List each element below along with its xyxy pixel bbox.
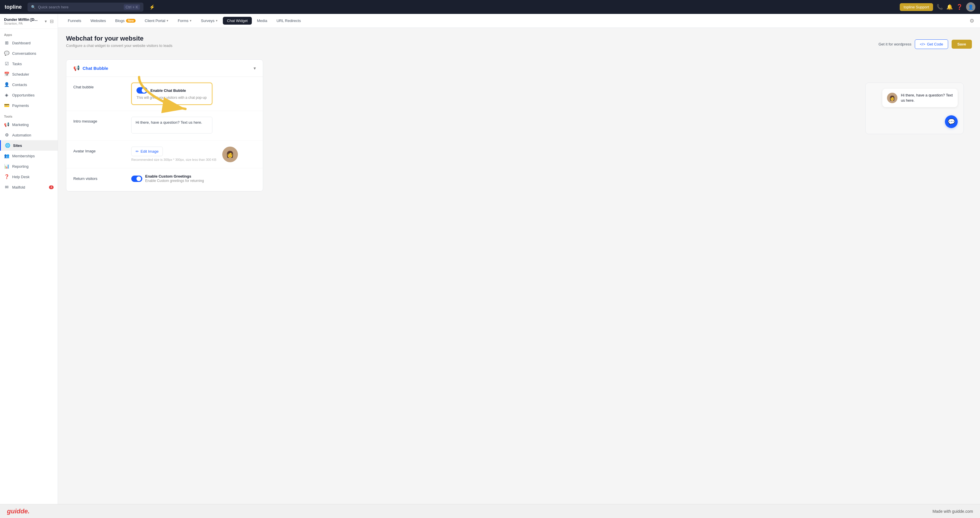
tab-label: URL Redirects (277, 19, 301, 23)
sidebar-item-helpdesk[interactable]: ❓ Help Desk (0, 172, 58, 182)
phone-icon[interactable]: 📞 (937, 4, 943, 10)
sidebar-item-label: Opportunities (12, 93, 35, 97)
app-logo: topline (5, 4, 22, 10)
help-icon[interactable]: ❓ (956, 4, 963, 10)
sidebar-item-label: Dashboard (12, 41, 31, 45)
tab-client-portal[interactable]: Client Portal ▾ (141, 17, 173, 25)
main-content: Funnels Websites Blogs New Client Portal… (58, 14, 980, 518)
tab-label: Blogs (115, 19, 125, 23)
return-visitors-label: Return visitors (73, 174, 131, 181)
return-visitors-row: Return visitors Enable Cus (66, 168, 263, 191)
sidebar-item-label: Help Desk (12, 175, 30, 179)
sidebar-item-label: Scheduler (12, 72, 29, 76)
sidebar-item-contacts[interactable]: 👤 Contacts (0, 79, 58, 90)
get-code-button[interactable]: </> Get Code (915, 40, 948, 49)
preview-chat-icon: 💬 (945, 115, 958, 128)
reporting-icon: 📊 (4, 164, 9, 169)
toggle-thumb (142, 88, 146, 93)
tab-label: Chat Widget (227, 19, 248, 23)
return-visitors-toggle[interactable] (131, 176, 142, 182)
sidebar-item-label: Sites (13, 143, 22, 148)
sidebar-item-conversations[interactable]: 💬 Conversations (0, 48, 58, 59)
chat-bubble-card: 📢 Chat Bubble ▾ Chat bubble (66, 59, 263, 192)
edit-image-section: ✏ Edit Image Recommended size is 300px *… (131, 146, 216, 161)
search-shortcut: Ctrl + K (124, 4, 140, 10)
return-visitors-control: Enable Custom Greetings Enable Custom gr… (131, 174, 256, 185)
company-name: Dunder Mifflin [D... (4, 17, 44, 22)
chat-bubble-control: Enable Chat Bubble This will greet your … (131, 83, 256, 105)
support-button[interactable]: topline Support (900, 3, 933, 11)
edit-image-button[interactable]: ✏ Edit Image (131, 146, 163, 156)
tab-label: Media (257, 19, 267, 23)
sidebar-item-scheduler[interactable]: 📅 Scheduler (0, 69, 58, 79)
sidebar-item-tasks[interactable]: ☑ Tasks (0, 59, 58, 69)
page-header-actions: Get it for wordpress </> Get Code Save (878, 40, 972, 49)
toggle-track (131, 176, 142, 182)
toggle-label: Enable Chat Bubble (150, 88, 186, 93)
company-selector[interactable]: Dunder Mifflin [D... Scranton, PA ▼ ⊟ (0, 14, 58, 29)
toggle-thumb (137, 176, 141, 181)
marketing-icon: 📢 (4, 122, 9, 127)
tab-forms[interactable]: Forms ▾ (173, 17, 196, 25)
toggle-label: Enable Custom Greetings (145, 174, 204, 178)
intro-message-input[interactable]: Hi there, have a question? Text us here. (131, 117, 212, 133)
save-button[interactable]: Save (951, 40, 972, 49)
tab-label: Funnels (68, 19, 81, 23)
avatar-preview: 👩 (222, 146, 238, 162)
card-header[interactable]: 📢 Chat Bubble ▾ (66, 60, 263, 77)
card-body: Chat bubble Enab (66, 77, 263, 191)
avatar[interactable]: 👤 (966, 2, 975, 11)
wordpress-link[interactable]: Get it for wordpress (878, 42, 911, 46)
sidebar-item-label: Reporting (12, 164, 29, 168)
sidebar-item-label: Marketing (12, 122, 29, 127)
sidebar-item-marketing[interactable]: 📢 Marketing (0, 119, 58, 130)
sidebar: Dunder Mifflin [D... Scranton, PA ▼ ⊟ Ap… (0, 14, 58, 518)
return-visitors-text: Enable Custom Greetings Enable Custom gr… (145, 174, 204, 183)
lightning-icon[interactable]: ⚡ (149, 4, 155, 10)
sidebar-item-sites[interactable]: 🌐 Sites (0, 140, 58, 151)
tab-websites[interactable]: Websites (86, 17, 110, 25)
toggle-description: This will greet your visitors with a cha… (137, 95, 207, 100)
sidebar-item-automation[interactable]: ⚙ Automation (0, 130, 58, 140)
search-bar[interactable]: 🔍 Quick search here Ctrl + K (27, 3, 143, 11)
sidebar-item-reporting[interactable]: 📊 Reporting (0, 161, 58, 172)
sidebar-item-label: Payments (12, 103, 29, 108)
conversations-icon: 💬 (4, 51, 9, 56)
page-content-area: Webchat for your website Configure a cha… (58, 28, 980, 518)
enable-chat-bubble-toggle-container: Enable Chat Bubble This will greet your … (131, 83, 212, 105)
sidebar-collapse-icon[interactable]: ⊟ (50, 19, 54, 24)
tab-blogs[interactable]: Blogs New (111, 17, 139, 25)
tab-chat-widget[interactable]: Chat Widget (223, 17, 252, 25)
toggle-track (137, 87, 148, 94)
chat-bubble-row: Chat bubble Enab (66, 77, 263, 111)
tab-label: Forms (178, 19, 188, 23)
preview-chat-bubble: 👩 Hi there, have a question? Text us her… (882, 89, 958, 107)
second-navigation: Funnels Websites Blogs New Client Portal… (58, 14, 980, 28)
contacts-icon: 👤 (4, 82, 9, 87)
chevron-down-icon: ▾ (216, 19, 218, 22)
tab-media[interactable]: Media (253, 17, 271, 25)
apps-section-label: Apps (0, 29, 58, 38)
sidebar-item-dashboard[interactable]: ⊞ Dashboard (0, 38, 58, 48)
return-visitors-toggle-row: Enable Custom Greetings Enable Custom gr… (131, 174, 256, 183)
tab-funnels[interactable]: Funnels (64, 17, 85, 25)
code-brackets-icon: </> (920, 42, 925, 46)
tab-surveys[interactable]: Surveys ▾ (197, 17, 222, 25)
intro-message-control: Hi there, have a question? Text us here. (131, 117, 256, 135)
sidebar-item-label: Mailfold (12, 185, 25, 189)
settings-icon[interactable]: ⚙ (970, 17, 974, 24)
sidebar-item-payments[interactable]: 💳 Payments (0, 100, 58, 111)
chevron-down-icon: ▾ (190, 19, 191, 22)
dashboard-icon: ⊞ (4, 40, 9, 46)
helpdesk-icon: ❓ (4, 174, 9, 180)
sidebar-item-opportunities[interactable]: ◈ Opportunities (0, 90, 58, 100)
sidebar-item-mailfold[interactable]: ✉ Mailfold 4 (0, 182, 58, 192)
blogs-badge: New (126, 19, 135, 22)
chat-bubble-toggle[interactable] (137, 87, 148, 94)
bell-icon[interactable]: 🔔 (947, 4, 953, 10)
company-chevron-icon: ▼ (44, 19, 48, 24)
sidebar-item-memberships[interactable]: 👥 Memberships (0, 151, 58, 161)
tab-url-redirects[interactable]: URL Redirects (272, 17, 305, 25)
scheduler-icon: 📅 (4, 72, 9, 77)
megaphone-icon: 📢 (73, 65, 80, 71)
